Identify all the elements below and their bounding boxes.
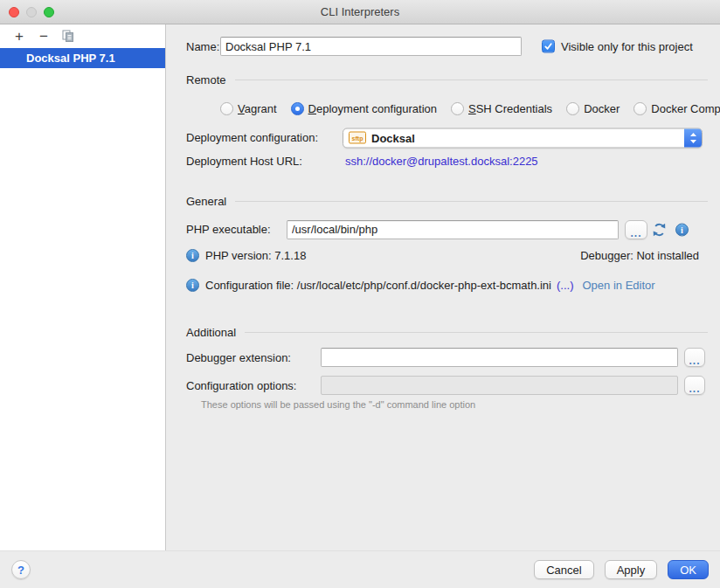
additional-section-header: Additional — [166, 325, 720, 339]
remote-section-label: Remote — [186, 73, 226, 86]
interpreter-list: Docksal PHP 7.1 — [0, 48, 165, 68]
debugger-extension-input[interactable] — [321, 348, 678, 367]
cli-interpreters-dialog: CLI Interpreters + − Docksal PHP 7.1 — [0, 0, 720, 588]
cancel-button[interactable]: Cancel — [534, 560, 593, 579]
deployment-configuration-value: Docksal — [371, 131, 685, 144]
section-rule — [235, 201, 708, 202]
debugger-extension-label: Debugger extension: — [186, 351, 291, 364]
php-executable-label: PHP executable: — [186, 223, 271, 236]
checkbox-box — [542, 40, 555, 53]
general-section-label: General — [186, 195, 226, 208]
name-row: Name: Visible only for this project — [166, 37, 720, 56]
reload-phpinfo-icon[interactable] — [652, 222, 667, 237]
php-executable-row: PHP executable: ... i — [166, 219, 720, 239]
deployment-configuration-label: Deployment configuration: — [186, 131, 318, 144]
radio-docker[interactable]: Docker — [566, 102, 620, 115]
dialog-footer: ? Cancel Apply OK — [0, 550, 720, 588]
settings-panel: Name: Visible only for this project Remo… — [166, 24, 720, 550]
popup-chevrons-icon — [684, 128, 703, 148]
remote-section-header: Remote — [166, 73, 720, 86]
configuration-file-row: i Configuration file: /usr/local/etc/php… — [166, 278, 720, 292]
traffic-lights — [9, 0, 54, 24]
show-phpinfo-icon[interactable]: i — [675, 223, 689, 236]
radio-deployment-configuration[interactable]: Deployment configuration — [291, 102, 437, 115]
radio-circle — [220, 102, 233, 115]
checkbox-label: Visible only for this project — [561, 40, 693, 53]
general-section-header: General — [166, 194, 720, 208]
add-interpreter-button[interactable]: + — [10, 28, 28, 45]
options-note-row: These options will be passed using the "… — [166, 398, 720, 411]
php-executable-input[interactable] — [287, 220, 619, 239]
interpreter-list-panel: + − Docksal PHP 7.1 — [0, 24, 166, 550]
checkmark-icon — [543, 42, 553, 52]
configuration-options-input — [321, 376, 678, 395]
browse-configuration-options-button[interactable]: ... — [684, 376, 705, 395]
deployment-host-url-link[interactable]: ssh://docker@drupaltest.docksal:2225 — [345, 155, 538, 168]
radio-circle — [451, 102, 464, 115]
radio-circle-selected — [291, 102, 304, 115]
duplicate-interpreter-icon[interactable] — [59, 28, 77, 45]
configuration-options-label: Configuration options: — [186, 379, 296, 392]
options-note-text: These options will be passed using the "… — [201, 399, 475, 410]
name-input[interactable] — [220, 37, 522, 56]
configuration-options-row: Configuration options: ... — [166, 376, 720, 395]
additional-section-label: Additional — [186, 326, 236, 339]
radio-circle — [566, 102, 579, 115]
configuration-file-text: Configuration file: /usr/local/etc/php/c… — [205, 279, 551, 292]
php-version-text: PHP version: 7.1.18 — [205, 249, 306, 262]
visible-only-checkbox[interactable]: Visible only for this project — [542, 40, 693, 53]
browse-php-executable-button[interactable]: ... — [625, 220, 647, 239]
name-label: Name: — [186, 40, 219, 53]
help-button[interactable]: ? — [11, 560, 31, 579]
debugger-status-text: Debugger: Not installed — [580, 249, 699, 262]
list-item-interpreter[interactable]: Docksal PHP 7.1 — [0, 48, 165, 68]
debugger-extension-row: Debugger extension: ... — [166, 348, 720, 367]
radio-docker-compose[interactable]: Docker Compose — [633, 102, 720, 115]
deployment-configuration-row: Deployment configuration: sftp Docksal — [166, 128, 720, 148]
zoom-window-button[interactable] — [44, 7, 54, 17]
minimize-window-button — [26, 7, 37, 17]
list-toolbar: + − — [0, 24, 165, 48]
apply-button[interactable]: Apply — [605, 560, 658, 579]
ok-button[interactable]: OK — [668, 560, 709, 579]
list-item-label: Docksal PHP 7.1 — [26, 52, 115, 65]
deployment-host-url-row: Deployment Host URL: ssh://docker@drupal… — [166, 154, 720, 168]
sftp-icon: sftp — [349, 132, 366, 144]
radio-ssh-credentials[interactable]: SSH Credentials — [451, 102, 552, 115]
title-bar[interactable]: CLI Interpreters — [0, 0, 720, 24]
radio-circle — [633, 102, 647, 115]
deployment-host-url-label: Deployment Host URL: — [186, 155, 302, 168]
expand-config-paths-link[interactable]: (...) — [557, 279, 574, 292]
remote-type-radios: Vagrant Deployment configuration SSH Cre… — [220, 101, 720, 115]
window-title: CLI Interpreters — [321, 5, 399, 18]
info-icon: i — [186, 279, 199, 292]
radio-vagrant[interactable]: Vagrant — [220, 102, 277, 115]
php-version-row: i PHP version: 7.1.18 Debugger: Not inst… — [166, 248, 720, 262]
close-window-button[interactable] — [9, 7, 19, 17]
section-rule — [235, 80, 708, 80]
info-icon: i — [186, 249, 199, 262]
open-in-editor-link[interactable]: Open in Editor — [582, 279, 654, 292]
section-rule — [245, 332, 708, 333]
deployment-configuration-select[interactable]: sftp Docksal — [343, 128, 703, 148]
browse-debugger-extension-button[interactable]: ... — [684, 348, 705, 367]
remove-interpreter-button[interactable]: − — [35, 28, 52, 45]
